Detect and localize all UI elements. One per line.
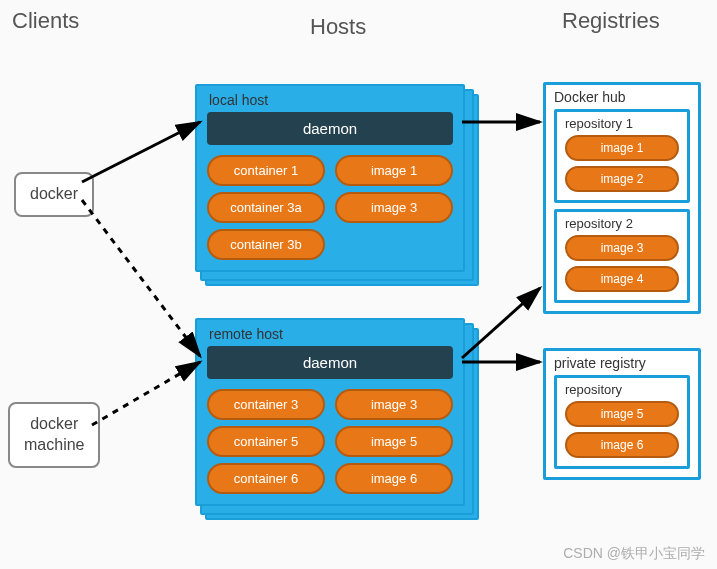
repo-box: repository 1 image 1 image 2 (554, 109, 690, 203)
header-hosts: Hosts (310, 14, 366, 40)
header-clients: Clients (12, 8, 79, 34)
svg-line-0 (82, 122, 200, 182)
image-pill: image 3 (565, 235, 679, 261)
repo-title: repository 2 (565, 216, 679, 231)
image-pill: image 6 (565, 432, 679, 458)
image-pill: image 1 (335, 155, 453, 186)
local-host-panel: local host daemon container 1 image 1 co… (195, 84, 465, 272)
image-pill: image 3 (335, 389, 453, 420)
remote-daemon: daemon (207, 346, 453, 379)
repo-box: repository image 5 image 6 (554, 375, 690, 469)
repo-box: repository 2 image 3 image 4 (554, 209, 690, 303)
watermark: CSDN @铁甲小宝同学 (563, 545, 705, 563)
image-pill: image 4 (565, 266, 679, 292)
header-registries: Registries (562, 8, 660, 34)
container-pill: container 3a (207, 192, 325, 223)
svg-line-2 (92, 362, 200, 425)
container-pill: container 3 (207, 389, 325, 420)
docker-hub-panel: Docker hub repository 1 image 1 image 2 … (543, 82, 701, 314)
repo-title: repository 1 (565, 116, 679, 131)
local-host-title: local host (207, 92, 453, 108)
remote-host-title: remote host (207, 326, 453, 342)
client-docker-machine: docker machine (8, 402, 100, 468)
image-pill: image 5 (565, 401, 679, 427)
image-pill: image 3 (335, 192, 453, 223)
container-pill: container 3b (207, 229, 325, 260)
image-pill: image 1 (565, 135, 679, 161)
repo-title: repository (565, 382, 679, 397)
svg-line-1 (82, 200, 200, 356)
container-pill: container 5 (207, 426, 325, 457)
private-registry-title: private registry (554, 355, 690, 371)
private-registry-panel: private registry repository image 5 imag… (543, 348, 701, 480)
image-pill: image 6 (335, 463, 453, 494)
remote-host-panel: remote host daemon container 3 image 3 c… (195, 318, 465, 506)
image-pill: image 2 (565, 166, 679, 192)
local-daemon: daemon (207, 112, 453, 145)
image-pill: image 5 (335, 426, 453, 457)
client-docker: docker (14, 172, 94, 217)
docker-hub-title: Docker hub (554, 89, 690, 105)
container-pill: container 1 (207, 155, 325, 186)
container-pill: container 6 (207, 463, 325, 494)
